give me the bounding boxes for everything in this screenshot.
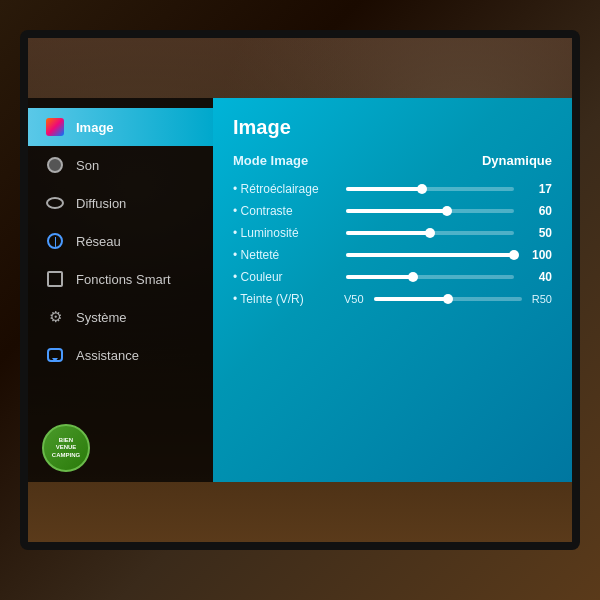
image-icon [44, 116, 66, 138]
sidebar-item-diffusion[interactable]: Diffusion [28, 184, 213, 222]
setting-retroeclairage: • Rétroéclairage 17 [233, 182, 552, 196]
panel-title: Image [233, 116, 552, 139]
assistance-icon [44, 344, 66, 366]
sidebar-menu: Image Son Diffusion [28, 98, 213, 482]
mode-label: Mode Image [233, 153, 308, 168]
sidebar-item-systeme[interactable]: ⚙ Système [28, 298, 213, 336]
content-panel: Image Mode Image Dynamique • Rétroéclair… [213, 98, 572, 482]
label-nettete: • Netteté [233, 248, 338, 262]
setting-luminosite: • Luminosité 50 [233, 226, 552, 240]
teinte-value-right: R50 [528, 293, 552, 305]
sidebar-label-systeme: Système [76, 310, 127, 325]
slider-couleur[interactable] [346, 275, 514, 279]
sidebar-item-reseau[interactable]: Réseau [28, 222, 213, 260]
menu-items-list: Image Son Diffusion [28, 98, 213, 384]
mode-value: Dynamique [482, 153, 552, 168]
teinte-value-left: V50 [344, 293, 368, 305]
label-contraste: • Contraste [233, 204, 338, 218]
value-retroeclairage: 17 [522, 182, 552, 196]
sidebar-label-reseau: Réseau [76, 234, 121, 249]
label-retroeclairage: • Rétroéclairage [233, 182, 338, 196]
setting-teinte: • Teinte (V/R) V50 R50 [233, 292, 552, 306]
label-luminosite: • Luminosité [233, 226, 338, 240]
value-couleur: 40 [522, 270, 552, 284]
bienvenue-badge: BIENVENUECAMPING [42, 424, 90, 472]
sidebar-item-assistance[interactable]: Assistance [28, 336, 213, 374]
setting-nettete: • Netteté 100 [233, 248, 552, 262]
systeme-icon: ⚙ [44, 306, 66, 328]
slider-retroeclairage[interactable] [346, 187, 514, 191]
sidebar-label-fonctions: Fonctions Smart [76, 272, 171, 287]
sidebar-item-son[interactable]: Son [28, 146, 213, 184]
reseau-icon [44, 230, 66, 252]
label-teinte: • Teinte (V/R) [233, 292, 338, 306]
sidebar-label-son: Son [76, 158, 99, 173]
tv-screen: Image Son Diffusion [28, 38, 572, 542]
setting-couleur: • Couleur 40 [233, 270, 552, 284]
sidebar-label-assistance: Assistance [76, 348, 139, 363]
slider-nettete[interactable] [346, 253, 514, 257]
value-luminosite: 50 [522, 226, 552, 240]
tv-frame: Image Son Diffusion [20, 30, 580, 550]
slider-contraste[interactable] [346, 209, 514, 213]
mode-row: Mode Image Dynamique [233, 153, 552, 168]
value-nettete: 100 [522, 248, 552, 262]
son-icon [44, 154, 66, 176]
label-couleur: • Couleur [233, 270, 338, 284]
slider-luminosite[interactable] [346, 231, 514, 235]
sidebar-label-diffusion: Diffusion [76, 196, 126, 211]
setting-contraste: • Contraste 60 [233, 204, 552, 218]
sidebar-label-image: Image [76, 120, 114, 135]
value-contraste: 60 [522, 204, 552, 218]
sidebar-item-image[interactable]: Image [28, 108, 213, 146]
diffusion-icon [44, 192, 66, 214]
badge-text: BIENVENUECAMPING [52, 437, 80, 459]
fonctions-icon [44, 268, 66, 290]
sidebar-item-fonctions-smart[interactable]: Fonctions Smart [28, 260, 213, 298]
slider-teinte[interactable] [374, 297, 522, 301]
